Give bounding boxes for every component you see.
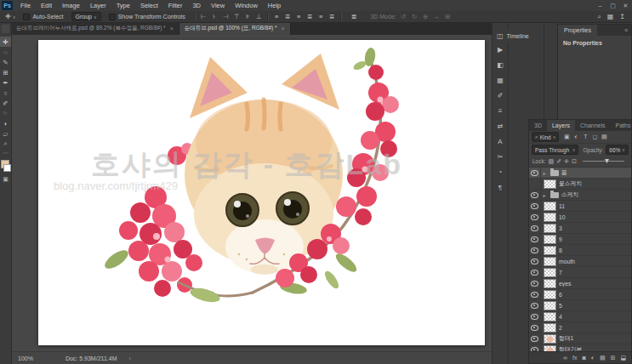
zoom-tool[interactable]: ⌕ [0,139,11,149]
status-options-chevron[interactable]: › [128,355,130,361]
panel-menu-icon[interactable]: ≡ [624,27,628,33]
menu-item[interactable]: Edit [36,0,57,11]
menu-item[interactable]: View [206,0,230,11]
layer-row[interactable]: ▸ 6 [529,289,631,300]
visibility-toggle[interactable] [529,333,541,344]
menu-item[interactable]: Window [230,0,263,11]
menu-item[interactable]: Type [111,0,135,11]
zoom-level-field[interactable]: 100% [18,355,33,361]
layer-row[interactable]: ▸ 8 [529,245,631,256]
actions-panel-icon[interactable]: ▶ [493,46,508,54]
checkbox-box[interactable] [23,14,30,20]
layer-row[interactable]: ▸ 2 [529,322,631,333]
layer-name[interactable]: 11 [559,203,631,209]
link-layers-icon[interactable]: ∞ [563,355,567,361]
close-button[interactable]: ✕ [619,0,632,11]
timeline-panel-button[interactable]: ◫ Timeline [494,30,543,43]
filter-type-icon[interactable]: ◻ [590,134,599,140]
adjustment-layer-icon[interactable]: ◐ [591,355,595,361]
group-select[interactable]: Group∨ [71,12,101,21]
layer-row[interactable]: ▸ 7 [529,267,631,278]
edit-toolbar-icon[interactable]: ⋯ [3,150,9,156]
layer-row[interactable]: ▸ 10 [529,212,631,223]
layer-name[interactable]: 4 [559,314,631,320]
lock-pixels-icon[interactable]: ✐ [556,158,561,165]
layer-thumbnail[interactable] [544,224,556,233]
layer-style-icon[interactable]: fx [572,355,577,361]
auto-align-icon[interactable]: ≣ [351,13,357,20]
visibility-toggle[interactable] [529,190,541,200]
paragraph-panel-icon[interactable]: ¶ [493,184,508,191]
distribute-center-icon[interactable]: ≡ [317,13,325,20]
align-left-icon[interactable]: ⊢ [200,13,208,20]
visibility-toggle[interactable] [529,223,541,233]
layer-row[interactable]: ▸ 11 [529,201,631,212]
layer-name[interactable]: 형태기본 [559,345,631,351]
share-image-icon[interactable]: ↥ [619,13,625,21]
layer-name[interactable]: 꽃스케치 [559,179,631,188]
layer-name[interactable]: 2 [559,325,631,331]
eyedropper-tool[interactable]: ✒ [0,77,11,88]
filter-type-icon[interactable]: ▤ [600,134,608,140]
layer-name[interactable]: 8 [559,247,631,253]
lock-all-icon[interactable]: ⊡ [572,158,577,165]
distribute-middle-icon[interactable]: ≣ [284,13,292,20]
layer-thumbnail[interactable] [544,202,556,211]
show-transform-checkbox[interactable]: Show Transform Controls [109,14,185,20]
move-tool[interactable]: ✛ [0,37,11,47]
clone-source-panel-icon[interactable]: ⇄ [493,122,508,130]
filter-type-icon[interactable]: ▣ [562,134,571,140]
workspace-switcher-icon[interactable]: ▦ [607,13,614,21]
smudge-tool[interactable]: ◗ [0,118,11,128]
visibility-toggle[interactable] [529,234,541,244]
auto-select-checkbox[interactable]: Auto-Select [23,14,63,20]
layer-row[interactable]: ▸ 3 [529,223,631,234]
layer-name[interactable]: 6 [559,292,631,298]
tab-close-icon[interactable]: × [282,26,285,31]
delete-layer-icon[interactable]: ⬓ [620,355,626,361]
menu-item[interactable]: Layer [85,0,111,11]
layer-name[interactable]: 3 [559,225,631,231]
menu-item[interactable]: Help [263,0,286,11]
layer-thumbnail[interactable] [544,334,556,344]
layer-thumbnail[interactable] [544,246,556,255]
align-right-icon[interactable]: ⊣ [222,13,230,20]
tab-close-icon[interactable]: × [170,26,174,31]
canvas-area[interactable]: 호샤의 감각 - 호감Lab blog.naver.com/tjrtjrm429 [11,35,492,351]
brush-tool[interactable]: ✐ [0,98,11,108]
swatches-panel-icon[interactable]: ◧ [493,61,508,69]
layer-name[interactable]: eyes [559,281,631,287]
filter-kind-select[interactable]: ⌕ Kind ∨ [532,132,559,142]
minimize-button[interactable]: – [594,0,606,11]
quick-selection-tool[interactable]: ✎ [0,57,11,67]
visibility-toggle[interactable] [529,256,541,266]
lock-transparency-icon[interactable]: ▨ [549,158,555,165]
layer-row[interactable]: ▸ mouth [529,256,631,267]
menu-item[interactable]: Filter [163,0,188,11]
crop-tool[interactable]: ⊞ [0,67,11,77]
layer-name[interactable]: mouth [559,259,631,264]
toolbar-grip[interactable] [2,25,9,33]
blend-mode-select[interactable]: Pass Through∨ [532,145,578,155]
tab-properties[interactable]: Properties [558,25,597,36]
artboard[interactable]: 호샤의 감각 - 호감Lab blog.naver.com/tjrtjrm429 [38,40,485,345]
new-layer-icon[interactable]: ⊞ [611,355,616,361]
lock-position-icon[interactable]: ✛ [564,158,569,165]
layer-name[interactable]: 9 [559,236,631,242]
distribute-left-icon[interactable]: ≣ [306,13,314,20]
document-tab[interactable]: 순대튜브레이어누서재료.psd @ 89.2% (복수정음, RGB/8#) *… [11,22,179,35]
layer-thumbnail[interactable] [544,279,556,288]
character-panel-icon[interactable]: A [493,138,508,145]
new-group-icon[interactable]: ▤ [600,355,606,361]
menu-item[interactable]: 3D [187,0,206,11]
visibility-toggle[interactable] [529,245,541,255]
layer-name[interactable]: 5 [559,303,631,309]
visibility-toggle[interactable] [529,322,541,333]
quick-mask-icon[interactable]: ▣ [3,176,9,183]
expand-arrow-icon[interactable]: ▸ [541,170,548,176]
layers-panel-tab[interactable]: Paths [611,120,632,131]
layer-thumbnail[interactable] [544,257,556,266]
layers-panel-tab[interactable]: 3D [529,120,547,131]
hand-tool[interactable]: ☞ [0,108,11,118]
glyphs-panel-icon[interactable]: ✂ [493,153,508,161]
